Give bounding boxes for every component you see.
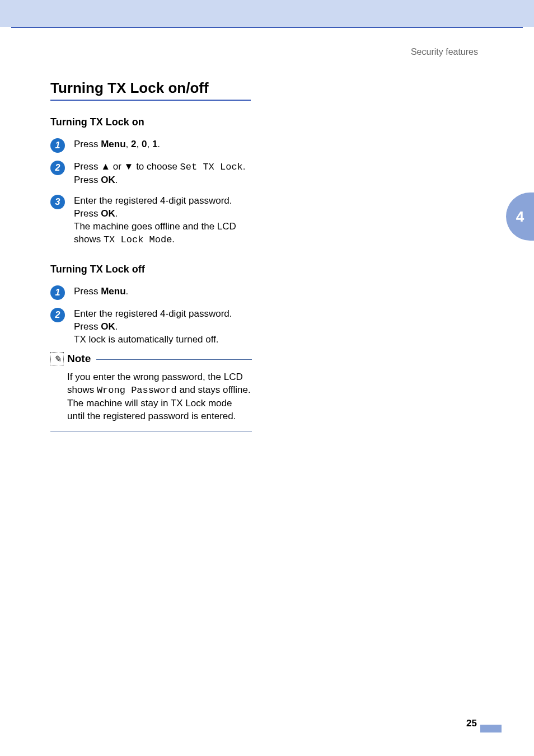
- step-bullet: 2: [50, 308, 65, 322]
- key-menu: Menu: [101, 139, 125, 149]
- text: .: [115, 175, 118, 185]
- note-icon: ✎: [50, 352, 64, 365]
- step-bullet: 1: [50, 285, 65, 300]
- lcd-text: Set TX Lock: [180, 162, 243, 172]
- text: Press: [74, 139, 101, 149]
- text: Enter the registered 4-digit password.: [74, 308, 252, 321]
- down-arrow-icon: ▼: [124, 161, 134, 172]
- off-step-2: 2 Enter the registered 4-digit password.…: [50, 308, 252, 346]
- note-header: ✎ Note: [50, 352, 252, 365]
- on-step-3: 3 Enter the registered 4-digit password.…: [50, 195, 252, 247]
- step-body: Press Menu, 2, 0, 1.: [74, 138, 252, 151]
- section-off-title: Turning TX Lock off: [50, 264, 252, 275]
- key-ok: OK: [101, 175, 115, 185]
- heading-rule: [50, 100, 251, 101]
- text: .: [172, 234, 175, 245]
- lcd-text: Wrong Password: [97, 385, 177, 396]
- text: .: [157, 139, 160, 149]
- note-title: Note: [67, 353, 91, 365]
- key-1: 1: [152, 139, 157, 149]
- chapter-tab: 4: [506, 192, 534, 241]
- step-bullet: 3: [50, 195, 65, 209]
- page-number: 25: [466, 718, 477, 729]
- step-body: Enter the registered 4-digit password. P…: [74, 308, 252, 346]
- key-0: 0: [142, 139, 147, 149]
- header-rule: [11, 27, 523, 28]
- step-bullet: 2: [50, 161, 65, 175]
- text: ,: [147, 139, 152, 149]
- text: Press: [74, 208, 101, 219]
- text: .: [243, 161, 246, 172]
- text: Press: [74, 175, 101, 185]
- step-bullet: 1: [50, 138, 65, 153]
- page-number-marker: [480, 725, 502, 732]
- text: Press: [74, 161, 101, 172]
- step-body: Press Menu.: [74, 285, 252, 298]
- note-text: If you enter the wrong password, the LCD…: [67, 371, 252, 423]
- lcd-text: TX Lock Mode: [104, 234, 172, 245]
- text: .: [115, 208, 118, 219]
- text: .: [115, 321, 118, 332]
- on-step-1: 1 Press Menu, 2, 0, 1.: [50, 138, 252, 153]
- text: Press: [74, 286, 101, 297]
- off-step-1: 1 Press Menu.: [50, 285, 252, 300]
- text: TX lock is automatically turned off.: [74, 334, 252, 346]
- header-label: Security features: [411, 47, 478, 57]
- text: or: [110, 161, 124, 172]
- header-band: [0, 0, 534, 27]
- text: .: [126, 286, 129, 297]
- text: ,: [137, 139, 142, 149]
- note-block: ✎ Note If you enter the wrong password, …: [50, 359, 252, 431]
- section-on-title: Turning TX Lock on: [50, 116, 252, 128]
- page-title: Turning TX Lock on/off: [50, 79, 209, 97]
- content-column: Turning TX Lock on 1 Press Menu, 2, 0, 1…: [50, 116, 252, 431]
- text: Press: [74, 321, 101, 332]
- on-step-2: 2 Press ▲ or ▼ to choose Set TX Lock. Pr…: [50, 161, 252, 187]
- key-2: 2: [131, 139, 136, 149]
- key-ok: OK: [101, 321, 115, 332]
- step-body: Enter the registered 4-digit password. P…: [74, 195, 252, 247]
- text: ,: [126, 139, 131, 149]
- text: Enter the registered 4-digit password.: [74, 195, 252, 208]
- key-ok: OK: [101, 208, 115, 219]
- step-body: Press ▲ or ▼ to choose Set TX Lock. Pres…: [74, 161, 252, 187]
- key-menu: Menu: [101, 286, 125, 297]
- text: to choose: [133, 161, 180, 172]
- up-arrow-icon: ▲: [101, 161, 110, 172]
